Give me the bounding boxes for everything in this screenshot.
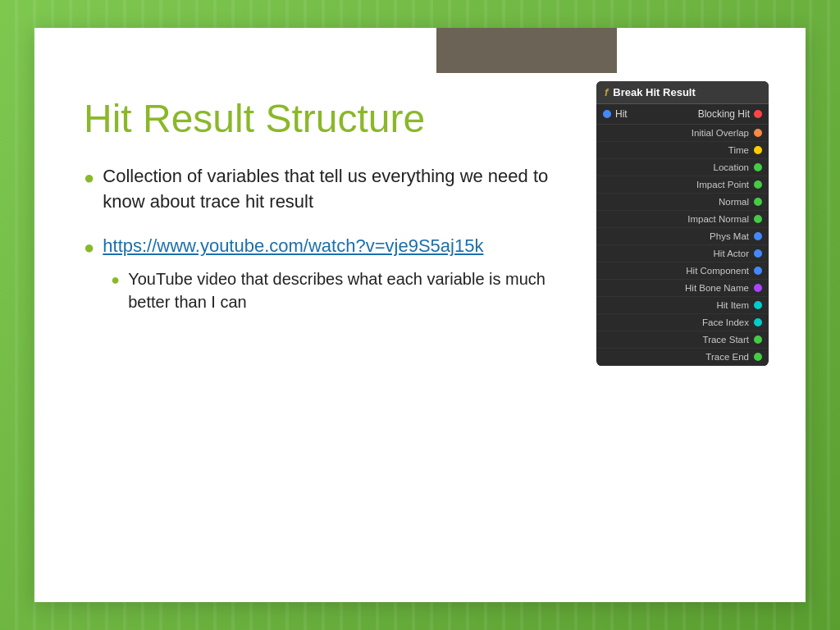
node-row-11: Hit Item (596, 297, 769, 314)
output-label-4: Impact Point (696, 180, 749, 189)
input-pin-circle (603, 110, 611, 118)
output-label-10: Hit Bone Name (685, 283, 749, 293)
output-label-8: Hit Actor (714, 249, 749, 258)
youtube-link[interactable]: https://www.youtube.com/watch?v=vje9S5aj… (103, 235, 483, 256)
output-label-2: Time (728, 145, 749, 155)
node-row-12: Face Index (596, 314, 769, 331)
node-row-6: Impact Normal (596, 211, 769, 228)
left-panel: Hit Result Structure ● Collection of var… (84, 98, 580, 586)
output-circle-2 (754, 146, 762, 154)
node-row-4: Impact Point (596, 176, 769, 194)
output-pin-blocking-hit: Blocking Hit (698, 108, 762, 120)
output-circle-12 (754, 318, 762, 326)
input-pin-hit: Hit (603, 108, 628, 120)
node-row-3: Location (596, 159, 769, 176)
output-label-14: Trace End (705, 352, 749, 362)
output-label-3: Location (714, 162, 749, 172)
bullet-link-container: https://www.youtube.com/watch?v=vje9S5aj… (103, 234, 580, 313)
node-function-icon: f (605, 86, 608, 98)
output-circle-10 (754, 284, 762, 292)
node-header: f Break Hit Result (596, 81, 769, 104)
output-pin-label-0: Blocking Hit (698, 108, 750, 120)
output-circle-6 (754, 215, 762, 223)
top-bar-decoration (436, 28, 617, 73)
slide-title: Hit Result Structure (84, 98, 580, 141)
output-circle-4 (754, 180, 762, 189)
node-box: f Break Hit Result Hit Blocking Hit (596, 81, 769, 366)
node-row-5: Normal (596, 194, 769, 211)
bullet-icon-1: ● (84, 166, 94, 191)
sub-bullet-text: YouTube video that describes what each v… (128, 267, 580, 313)
output-circle-8 (754, 249, 762, 258)
bullet-list: ● Collection of variables that tell us e… (84, 164, 580, 313)
output-circle-7 (754, 232, 762, 240)
output-label-9: Hit Component (686, 266, 749, 276)
output-label-6: Impact Normal (687, 214, 749, 224)
output-label-1: Initial Overlap (692, 128, 749, 138)
slide: Hit Result Structure ● Collection of var… (34, 28, 806, 602)
node-row-10: Hit Bone Name (596, 280, 769, 297)
output-label-13: Trace Start (703, 335, 749, 345)
output-circle-3 (754, 163, 762, 171)
bullet-item-2: ● https://www.youtube.com/watch?v=vje9S5… (84, 234, 580, 313)
background: Hit Result Structure ● Collection of var… (0, 0, 840, 630)
output-label-5: Normal (719, 197, 749, 207)
node-row-9: Hit Component (596, 262, 769, 280)
output-label-11: Hit Item (716, 300, 749, 310)
output-circle-13 (754, 336, 762, 344)
node-header-title: Break Hit Result (613, 86, 695, 98)
output-circle-14 (754, 353, 762, 361)
output-circle-9 (754, 267, 762, 275)
slide-content: Hit Result Structure ● Collection of var… (34, 73, 806, 602)
bullet-item-1: ● Collection of variables that tell us e… (84, 164, 580, 215)
node-row-1: Initial Overlap (596, 125, 769, 142)
node-row-13: Trace Start (596, 331, 769, 349)
output-circle-1 (754, 129, 762, 137)
output-label-12: Face Index (702, 317, 749, 327)
output-pin-circle-0 (754, 110, 762, 118)
sub-bullet: ● YouTube video that describes what each… (111, 267, 580, 313)
right-panel: f Break Hit Result Hit Blocking Hit (596, 81, 773, 586)
node-row-7: Phys Mat (596, 228, 769, 245)
bullet-icon-2: ● (84, 235, 94, 261)
node-top-row: Hit Blocking Hit (596, 104, 769, 125)
node-row-2: Time (596, 142, 769, 159)
output-circle-11 (754, 301, 762, 309)
bullet-text-1: Collection of variables that tell us eve… (103, 164, 580, 215)
sub-bullet-icon: ● (111, 270, 120, 290)
input-pin-label: Hit (615, 108, 628, 120)
output-circle-5 (754, 198, 762, 206)
node-row-14: Trace End (596, 349, 769, 366)
output-label-7: Phys Mat (710, 231, 749, 241)
node-row-8: Hit Actor (596, 245, 769, 262)
